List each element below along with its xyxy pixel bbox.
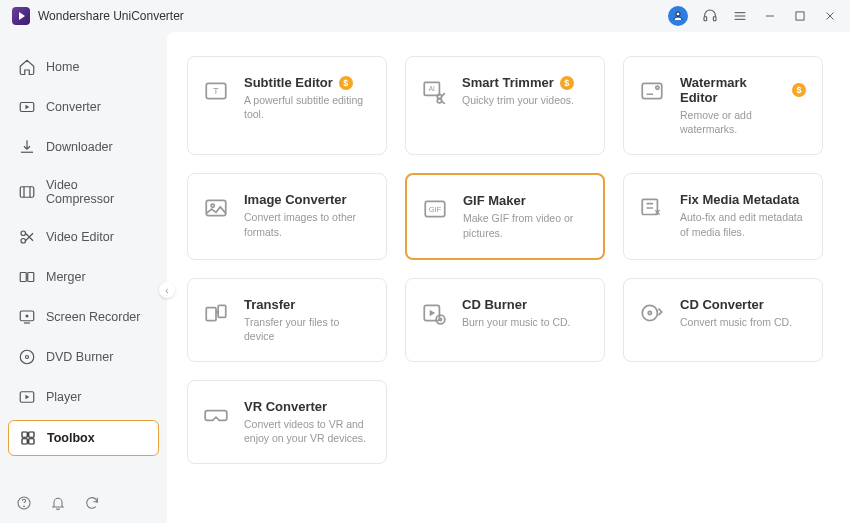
menu-icon[interactable] [732, 8, 748, 24]
svg-point-20 [26, 356, 29, 359]
sidebar-item-player[interactable]: Player [8, 380, 159, 414]
downloader-icon [18, 138, 36, 156]
video-compressor-icon [18, 183, 36, 201]
sidebar-item-toolbox[interactable]: Toolbox [8, 420, 159, 456]
smart-trimmer-icon: AI [420, 77, 448, 105]
tool-desc: Auto-fix and edit metadata of media file… [680, 210, 806, 238]
svg-rect-26 [29, 439, 34, 444]
cd-burner-icon [420, 299, 448, 327]
collapse-sidebar-icon[interactable]: ‹ [159, 282, 175, 298]
premium-badge-icon: $ [792, 83, 806, 97]
sidebar-item-screen-recorder[interactable]: Screen Recorder [8, 300, 159, 334]
svg-point-49 [648, 311, 651, 314]
svg-text:AI: AI [429, 85, 435, 92]
svg-rect-35 [642, 83, 662, 98]
sidebar-item-video-compressor[interactable]: Video Compressor [8, 170, 159, 214]
svg-rect-2 [713, 17, 716, 21]
headset-icon[interactable] [702, 8, 718, 24]
tool-card-image-converter[interactable]: Image ConverterConvert images to other f… [187, 173, 387, 259]
home-icon [18, 58, 36, 76]
tool-title: Watermark Editor [680, 75, 786, 105]
svg-rect-42 [206, 307, 216, 320]
svg-point-0 [676, 12, 680, 16]
tool-card-vr-converter[interactable]: VR ConverterConvert videos to VR and enj… [187, 380, 387, 464]
window-controls [668, 6, 838, 26]
minimize-icon[interactable] [762, 8, 778, 24]
sidebar-item-label: DVD Burner [46, 350, 113, 364]
transfer-icon [202, 299, 230, 327]
tool-title: CD Burner [462, 297, 527, 312]
tool-desc: Quicky trim your videos. [462, 93, 588, 107]
svg-point-46 [436, 315, 445, 324]
player-icon [18, 388, 36, 406]
app-title: Wondershare UniConverter [38, 9, 184, 23]
toolbox-icon [19, 429, 37, 447]
tool-desc: Make GIF from video or pictures. [463, 211, 587, 239]
svg-rect-1 [704, 17, 707, 21]
maximize-icon[interactable] [792, 8, 808, 24]
bell-icon[interactable] [50, 495, 66, 515]
titlebar: Wondershare UniConverter [0, 0, 850, 32]
user-avatar-icon[interactable] [668, 6, 688, 26]
subtitle-editor-icon: T [202, 77, 230, 105]
svg-marker-45 [430, 309, 435, 316]
sidebar-item-converter[interactable]: Converter [8, 90, 159, 124]
sidebar-item-label: Downloader [46, 140, 113, 154]
tool-card-cd-burner[interactable]: CD BurnerBurn your music to CD. [405, 278, 605, 362]
sidebar-item-label: Video Editor [46, 230, 114, 244]
gif-maker-icon: GIF [421, 195, 449, 223]
tool-desc: Convert images to other formats. [244, 210, 370, 238]
tool-title: CD Converter [680, 297, 764, 312]
svg-point-34 [437, 99, 441, 103]
sidebar-item-downloader[interactable]: Downloader [8, 130, 159, 164]
tool-desc: Burn your music to CD. [462, 315, 588, 329]
tool-card-subtitle-editor[interactable]: TSubtitle Editor$A powerful subtitle edi… [187, 56, 387, 155]
sidebar-item-label: Screen Recorder [46, 310, 141, 324]
tool-title: Fix Media Metadata [680, 192, 799, 207]
sidebar-item-label: Video Compressor [46, 178, 149, 206]
premium-badge-icon: $ [339, 76, 353, 90]
tool-desc: Remove or add watermarks. [680, 108, 806, 136]
tool-desc: Convert music from CD. [680, 315, 806, 329]
premium-badge-icon: $ [560, 76, 574, 90]
tool-card-gif-maker[interactable]: GIFGIF MakerMake GIF from video or pictu… [405, 173, 605, 259]
app-logo-icon [12, 7, 30, 25]
screen-recorder-icon [18, 308, 36, 326]
sidebar-item-dvd-burner[interactable]: DVD Burner [8, 340, 159, 374]
svg-rect-23 [22, 432, 27, 437]
tool-card-fix-media-metadata[interactable]: Fix Media MetadataAuto-fix and edit meta… [623, 173, 823, 259]
svg-rect-15 [20, 273, 26, 282]
svg-rect-7 [796, 12, 804, 20]
fix-media-metadata-icon [638, 194, 666, 222]
svg-point-19 [20, 350, 34, 364]
merger-icon [18, 268, 36, 286]
tool-card-transfer[interactable]: TransferTransfer your files to device [187, 278, 387, 362]
tool-title: Smart Trimmer [462, 75, 554, 90]
sidebar-item-home[interactable]: Home [8, 50, 159, 84]
watermark-editor-icon [638, 77, 666, 105]
svg-rect-16 [28, 273, 34, 282]
tool-card-smart-trimmer[interactable]: AISmart Trimmer$Quicky trim your videos. [405, 56, 605, 155]
svg-marker-22 [26, 395, 30, 400]
tool-title: Subtitle Editor [244, 75, 333, 90]
svg-rect-25 [22, 439, 27, 444]
svg-rect-43 [218, 305, 226, 317]
svg-text:GIF: GIF [429, 206, 442, 215]
help-icon[interactable] [16, 495, 32, 515]
svg-point-36 [656, 86, 659, 89]
tool-card-watermark-editor[interactable]: Watermark Editor$Remove or add watermark… [623, 56, 823, 155]
svg-point-48 [642, 305, 657, 320]
sidebar-item-label: Toolbox [47, 431, 95, 445]
refresh-icon[interactable] [84, 495, 100, 515]
footer-icons [16, 495, 100, 515]
tool-title: VR Converter [244, 399, 327, 414]
close-icon[interactable] [822, 8, 838, 24]
main-panel: TSubtitle Editor$A powerful subtitle edi… [167, 32, 850, 523]
svg-point-47 [439, 318, 441, 320]
tool-desc: Transfer your files to device [244, 315, 370, 343]
sidebar-item-merger[interactable]: Merger [8, 260, 159, 294]
sidebar: HomeConverterDownloaderVideo CompressorV… [0, 32, 167, 523]
sidebar-item-video-editor[interactable]: Video Editor [8, 220, 159, 254]
svg-rect-12 [20, 187, 34, 198]
tool-card-cd-converter[interactable]: CD ConverterConvert music from CD. [623, 278, 823, 362]
